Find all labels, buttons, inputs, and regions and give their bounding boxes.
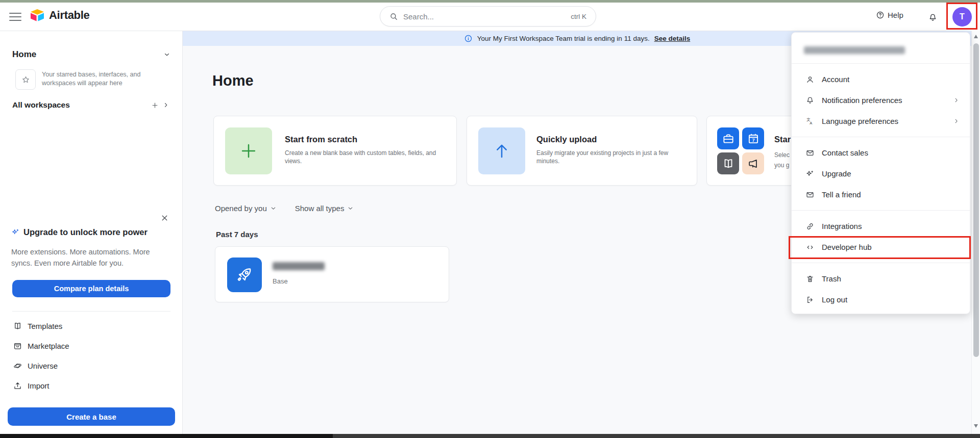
scroll-up-arrow-icon[interactable] [974, 35, 978, 38]
menu-item-developer-hub[interactable]: Developer hub [792, 237, 970, 257]
card-title: Start from scratch [285, 135, 357, 144]
menu-item-notification-preferences[interactable]: Notification preferences [792, 90, 970, 111]
code-icon [805, 243, 815, 252]
svg-text:A: A [810, 121, 812, 125]
blue-tile [478, 127, 525, 174]
menu-item-tell-a-friend[interactable]: Tell a friend [792, 184, 970, 205]
green-tile [225, 127, 272, 174]
upgrade-panel-body: More extensions. More automations. More … [11, 246, 167, 269]
sidebar-home-section[interactable]: Home [12, 49, 170, 60]
trash-icon [805, 274, 815, 284]
sidebar-item-marketplace[interactable]: Marketplace [12, 341, 69, 351]
filter-row: Opened by you Show all types [215, 204, 354, 213]
bell-icon [805, 96, 815, 105]
link-icon [805, 222, 815, 231]
card-desc-line2: you g [774, 160, 789, 170]
planet-icon [12, 361, 22, 371]
menu-item-language-preferences[interactable]: 文A Language preferences [792, 111, 970, 132]
scroll-down-arrow-icon[interactable] [974, 424, 978, 428]
menu-item-upgrade[interactable]: Upgrade [792, 163, 970, 184]
all-workspaces-label: All workspaces [12, 100, 149, 110]
sidebar-item-label: Universe [28, 362, 58, 370]
base-subtitle: Base [273, 277, 288, 285]
starred-hint-text: Your starred bases, interfaces, and work… [42, 70, 158, 88]
close-icon[interactable] [160, 214, 169, 222]
horizontal-scrollbar[interactable] [0, 434, 980, 438]
chevron-right-icon [953, 97, 960, 104]
rocket-icon [227, 257, 262, 292]
sidebar-item-templates[interactable]: Templates [12, 321, 62, 331]
mail-icon [805, 190, 815, 199]
all-workspaces-row[interactable]: All workspaces [12, 99, 172, 111]
question-circle-icon [876, 11, 885, 19]
card-desc: Easily migrate your existing projects in… [536, 149, 670, 165]
star-icon [21, 75, 31, 85]
trial-banner-text: Your My First Workspace Team trial is en… [477, 35, 650, 42]
sidebar-item-import[interactable]: Import [12, 381, 50, 391]
avatar[interactable]: T [952, 7, 972, 27]
chevron-down-icon [163, 51, 170, 58]
airtable-logo-mark-icon [30, 9, 45, 22]
info-icon [464, 34, 473, 43]
base-name-redacted [273, 262, 325, 270]
open-book-icon [717, 152, 739, 174]
hamburger-menu-icon[interactable] [9, 12, 21, 22]
sidebar-item-label: Marketplace [28, 342, 69, 350]
storefront-icon [12, 341, 22, 351]
menu-item-integrations[interactable]: Integrations [792, 216, 970, 237]
vertical-scrollbar[interactable] [971, 31, 980, 434]
arrow-up-icon [492, 141, 511, 161]
account-email-redacted [804, 46, 905, 54]
compare-plan-details-button[interactable]: Compare plan details [12, 280, 170, 297]
show-types-filter[interactable]: Show all types [295, 204, 354, 213]
mail-icon [805, 148, 815, 158]
logout-icon [805, 295, 815, 304]
sidebar: Home Your starred bases, interfaces, and… [0, 31, 183, 434]
see-details-link[interactable]: See details [654, 35, 691, 42]
add-workspace-button[interactable] [149, 99, 160, 111]
vertical-scrollbar-thumb[interactable] [973, 43, 979, 357]
help-label: Help [888, 11, 903, 19]
plus-icon [239, 141, 258, 161]
help-button[interactable]: Help [876, 11, 903, 19]
page-title: Home [212, 72, 254, 89]
menu-item-log-out[interactable]: Log out [792, 289, 970, 310]
search-input[interactable] [403, 12, 566, 21]
base-card[interactable]: Base [215, 246, 449, 302]
calendar-icon: 7 [742, 127, 764, 149]
upgrade-panel-title: Upgrade to unlock more power [23, 227, 148, 237]
chevron-down-icon [347, 205, 354, 212]
menu-item-account[interactable]: Account [792, 69, 970, 90]
sidebar-item-universe[interactable]: Universe [12, 361, 58, 371]
section-label: Past 7 days [216, 230, 258, 239]
opened-by-filter[interactable]: Opened by you [215, 204, 277, 213]
template-icon-grid: 7 [717, 127, 766, 174]
svg-text:7: 7 [752, 137, 754, 142]
language-icon: 文A [805, 117, 815, 126]
sidebar-item-label: Templates [28, 322, 62, 330]
start-from-scratch-card[interactable]: Start from scratch Create a new blank ba… [213, 116, 457, 186]
sidebar-divider [12, 311, 170, 312]
card-title: Star [774, 135, 791, 144]
card-desc: Create a new blank base with custom tabl… [285, 149, 443, 165]
top-edge-strip [0, 0, 980, 3]
user-icon [805, 75, 815, 84]
search-shortcut-hint: ctrl K [571, 13, 586, 20]
notifications-bell-icon[interactable] [924, 9, 941, 26]
chevron-down-icon [270, 205, 277, 212]
create-base-button[interactable]: Create a base [8, 407, 175, 426]
horizontal-scrollbar-thumb[interactable] [0, 434, 333, 438]
sparkle-icon [805, 169, 815, 178]
menu-item-contact-sales[interactable]: Contact sales [792, 142, 970, 163]
quickly-upload-card[interactable]: Quickly upload Easily migrate your exist… [467, 116, 697, 186]
megaphone-icon [742, 152, 764, 174]
menu-item-trash[interactable]: Trash [792, 268, 970, 289]
airtable-logo[interactable]: Airtable [30, 9, 90, 22]
search-bar[interactable]: ctrl K [380, 6, 596, 27]
top-bar: Airtable ctrl K Help T [0, 3, 980, 31]
expand-workspaces-chevron-right-icon[interactable] [160, 99, 172, 111]
account-dropdown-menu: Account Notification preferences 文A Lang… [791, 32, 970, 314]
airtable-wordmark: Airtable [49, 9, 90, 22]
card-title: Quickly upload [536, 135, 597, 144]
chevron-right-icon [953, 118, 960, 124]
